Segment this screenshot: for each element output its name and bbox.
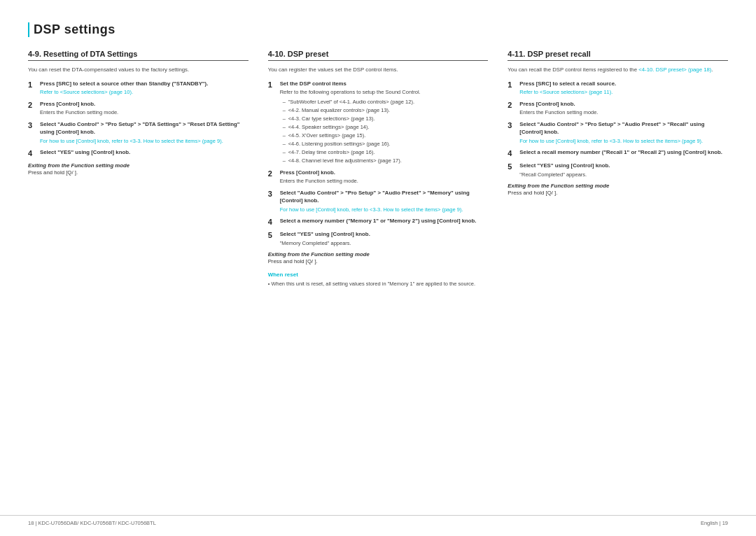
- step-411-1-main: Press [SRC] to select a recall source.: [519, 80, 616, 87]
- step-410-2-content: Press [Control] knob. Enters the Functio…: [280, 169, 489, 185]
- step-411-3-main: Select "Audio Control" > "Pro Setup" > "…: [519, 121, 704, 136]
- bullet-1: "SubWoofer Level" of <4-1. Audio control…: [283, 98, 489, 106]
- step-411-4-content: Select a recall memory number ("Recall 1…: [519, 148, 728, 157]
- step-411-1-num: 1: [507, 80, 517, 90]
- bullet-8: <4-8. Channel level fine adjustments> (p…: [283, 157, 489, 165]
- step-411-5-num: 5: [507, 162, 517, 171]
- step-49-4-main: Select "YES" using [Control] knob.: [40, 149, 130, 155]
- step-49-2: 2 Press [Control] knob. Enters the Funct…: [28, 100, 248, 117]
- step-410-1: 1 Set the DSP control items Refer to the…: [268, 80, 489, 165]
- exiting-410: Exiting from the Function setting mode P…: [268, 251, 489, 266]
- step-410-5-main: Select "YES" using [Control] knob.: [280, 231, 370, 237]
- step-49-2-num: 2: [28, 100, 38, 110]
- step-410-3-content: Select "Audio Control" > "Pro Setup" > "…: [280, 189, 489, 214]
- step-411-1-content: Press [SRC] to select a recall source. R…: [519, 80, 728, 97]
- step-411-4: 4 Select a recall memory number ("Recall…: [507, 148, 728, 158]
- step-410-5-sub: "Memory Completed" appears.: [280, 239, 489, 247]
- exiting-49-title: Exiting from the Function setting mode: [28, 162, 248, 169]
- exiting-49: Exiting from the Function setting mode P…: [28, 162, 248, 177]
- exiting-411: Exiting from the Function setting mode P…: [507, 183, 728, 197]
- step-411-2-content: Press [Control] knob. Enters the Functio…: [519, 100, 728, 117]
- step-411-2-num: 2: [507, 100, 517, 110]
- bullet-6: <4-6. Listening position settings> (page…: [283, 140, 489, 148]
- bullet-5: <4-5. X'Over settings> (page 15).: [283, 132, 489, 140]
- footer-right: English | 19: [701, 520, 728, 526]
- step-49-2-main: Press [Control] knob.: [40, 101, 95, 107]
- step-410-2: 2 Press [Control] knob. Enters the Funct…: [268, 169, 489, 185]
- section-410-title: 4-10. DSP preset: [268, 50, 489, 61]
- section-49-intro: You can reset the DTA-compensated values…: [28, 66, 248, 74]
- step-49-3-ref: For how to use [Control] knob, refer to …: [40, 137, 248, 145]
- step-410-2-main: Press [Control] knob.: [280, 169, 335, 176]
- step-411-3-content: Select "Audio Control" > "Pro Setup" > "…: [519, 120, 728, 146]
- step-410-4-main: Select a memory number ("Memory 1" or "M…: [280, 218, 477, 224]
- when-reset: When reset • When this unit is reset, al…: [268, 271, 489, 288]
- bullet-4: <4-4. Speaker settings> (page 14).: [283, 123, 489, 132]
- step-410-4: 4 Select a memory number ("Memory 1" or …: [268, 217, 489, 227]
- exiting-410-title: Exiting from the Function setting mode: [268, 251, 489, 258]
- step-410-4-content: Select a memory number ("Memory 1" or "M…: [280, 217, 489, 225]
- section-411-intro: You can recall the DSP control items reg…: [507, 66, 728, 74]
- when-reset-title: When reset: [268, 271, 489, 278]
- step-410-3-main: Select "Audio Control" > "Pro Setup" > "…: [280, 190, 470, 204]
- step-49-1-content: Press [SRC] to select a source other tha…: [40, 80, 248, 97]
- exiting-49-body: Press and hold [Q/ ].: [28, 169, 248, 177]
- step-410-1-content: Set the DSP control items Refer to the f…: [280, 80, 489, 165]
- step-49-4: 4 Select "YES" using [Control] knob.: [28, 148, 248, 158]
- step-411-4-main: Select a recall memory number ("Recall 1…: [519, 149, 722, 155]
- step-410-1-num: 1: [268, 80, 278, 90]
- step-411-4-num: 4: [507, 148, 517, 158]
- step-410-5-num: 5: [268, 230, 278, 240]
- step-410-1-bullets: "SubWoofer Level" of <4-1. Audio control…: [283, 98, 489, 165]
- step-411-2-main: Press [Control] knob.: [519, 101, 575, 107]
- exiting-410-body: Press and hold [Q/ ].: [268, 258, 489, 266]
- bullet-2: <4-2. Manual equalizer controls> (page 1…: [283, 106, 489, 115]
- footer-left: 18 | KDC-U7056DAB/ KDC-U7056BT/ KDC-U705…: [28, 520, 156, 526]
- step-49-1-main: Press [SRC] to select a source other tha…: [40, 80, 208, 87]
- step-410-5: 5 Select "YES" using [Control] knob. "Me…: [268, 230, 489, 247]
- step-49-1: 1 Press [SRC] to select a source other t…: [28, 80, 248, 97]
- step-411-3: 3 Select "Audio Control" > "Pro Setup" >…: [507, 120, 728, 146]
- step-411-3-ref: For how to use [Control] knob, refer to …: [519, 137, 728, 145]
- step-411-3-num: 3: [507, 120, 517, 130]
- step-49-4-num: 4: [28, 148, 38, 158]
- step-410-3-ref: For how to use [Control] knob, refer to …: [280, 206, 489, 213]
- step-411-1: 1 Press [SRC] to select a recall source.…: [507, 80, 728, 97]
- step-410-1-sub: Refer to the following operations to set…: [280, 88, 489, 96]
- step-49-3-main: Select "Audio Control" > "Pro Setup" > "…: [40, 121, 239, 136]
- step-411-5-main: Select "YES" using [Control] knob.: [519, 162, 610, 169]
- step-49-3: 3 Select "Audio Control" > "Pro Setup" >…: [28, 120, 248, 146]
- step-49-1-num: 1: [28, 80, 38, 90]
- bullet-3: <4-3. Car type selections> (page 13).: [283, 115, 489, 123]
- step-410-5-content: Select "YES" using [Control] knob. "Memo…: [280, 230, 489, 247]
- bullet-7: <4-7. Delay time controls> (page 16).: [283, 148, 489, 157]
- step-410-2-sub: Enters the Function setting mode.: [280, 177, 489, 185]
- step-410-3-num: 3: [268, 189, 278, 199]
- step-410-1-main: Set the DSP control items: [280, 80, 346, 87]
- step-49-4-content: Select "YES" using [Control] knob.: [40, 148, 248, 157]
- section-410-intro: You can register the values set the DSP …: [268, 66, 489, 74]
- section-411-intro-ref: <4-10. DSP preset> (page 18): [638, 66, 711, 73]
- column-411: 4-11. DSP preset recall You can recall t…: [507, 50, 728, 200]
- column-410: 4-10. DSP preset You can register the va…: [268, 50, 489, 288]
- step-49-2-sub: Enters the Function setting mode.: [40, 108, 248, 116]
- step-49-3-content: Select "Audio Control" > "Pro Setup" > "…: [40, 120, 248, 146]
- step-410-4-num: 4: [268, 217, 278, 227]
- step-411-2: 2 Press [Control] knob. Enters the Funct…: [507, 100, 728, 117]
- step-49-3-num: 3: [28, 120, 38, 130]
- column-49: 4-9. Resetting of DTA Settings You can r…: [28, 50, 248, 180]
- exiting-411-body: Press and hold [Q/ ].: [507, 189, 728, 197]
- step-49-2-content: Press [Control] knob. Enters the Functio…: [40, 100, 248, 117]
- columns: 4-9. Resetting of DTA Settings You can r…: [28, 50, 728, 288]
- step-49-1-ref: Refer to <Source selections> (page 10).: [40, 88, 248, 96]
- when-reset-body: • When this unit is reset, all setting v…: [268, 280, 489, 288]
- step-411-1-ref: Refer to <Source selections> (page 11).: [519, 88, 728, 96]
- section-411-title: 4-11. DSP preset recall: [507, 50, 728, 61]
- section-49-title: 4-9. Resetting of DTA Settings: [28, 50, 248, 61]
- exiting-411-title: Exiting from the Function setting mode: [507, 183, 728, 189]
- page-title: DSP settings: [34, 22, 728, 37]
- step-411-5-content: Select "YES" using [Control] knob. "Reca…: [519, 162, 728, 178]
- step-411-5: 5 Select "YES" using [Control] knob. "Re…: [507, 162, 728, 178]
- step-411-2-sub: Enters the Function setting mode.: [519, 108, 728, 116]
- step-410-3: 3 Select "Audio Control" > "Pro Setup" >…: [268, 189, 489, 214]
